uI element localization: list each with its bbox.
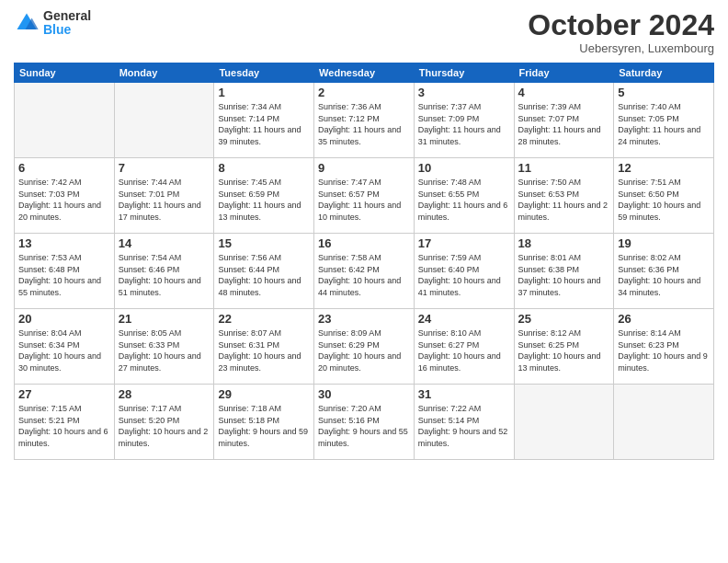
calendar-weekday-header: Thursday [414, 63, 514, 83]
day-number: 22 [218, 312, 310, 326]
calendar-cell: 26Sunrise: 8:14 AM Sunset: 6:23 PM Dayli… [614, 309, 714, 385]
day-number: 21 [119, 312, 210, 326]
day-number: 7 [119, 161, 210, 175]
calendar-cell: 11Sunrise: 7:50 AM Sunset: 6:53 PM Dayli… [514, 158, 614, 234]
day-number: 11 [518, 161, 610, 175]
calendar-cell [614, 385, 714, 460]
day-info: Sunrise: 7:50 AM Sunset: 6:53 PM Dayligh… [518, 177, 610, 223]
header: General Blue October 2024 Uebersyren, Lu… [14, 9, 714, 55]
calendar-cell: 7Sunrise: 7:44 AM Sunset: 7:01 PM Daylig… [114, 158, 214, 234]
day-info: Sunrise: 8:07 AM Sunset: 6:31 PM Dayligh… [218, 327, 310, 373]
logo-icon [14, 10, 40, 36]
day-info: Sunrise: 7:53 AM Sunset: 6:48 PM Dayligh… [18, 252, 110, 298]
calendar-cell: 31Sunrise: 7:22 AM Sunset: 5:14 PM Dayli… [414, 385, 514, 460]
calendar-weekday-header: Tuesday [214, 63, 314, 83]
calendar-table: SundayMondayTuesdayWednesdayThursdayFrid… [14, 63, 714, 460]
logo-text: General Blue [43, 9, 91, 38]
day-info: Sunrise: 7:54 AM Sunset: 6:46 PM Dayligh… [119, 252, 210, 298]
calendar-cell [15, 83, 115, 158]
subtitle: Uebersyren, Luxembourg [528, 41, 714, 55]
day-number: 25 [518, 312, 610, 326]
calendar-cell [114, 83, 214, 158]
calendar-cell: 5Sunrise: 7:40 AM Sunset: 7:05 PM Daylig… [614, 83, 714, 158]
day-number: 5 [618, 86, 710, 99]
calendar-week-row: 20Sunrise: 8:04 AM Sunset: 6:34 PM Dayli… [15, 309, 714, 385]
day-number: 15 [218, 236, 310, 250]
calendar-cell: 8Sunrise: 7:45 AM Sunset: 6:59 PM Daylig… [214, 158, 314, 234]
calendar-weekday-header: Wednesday [314, 63, 415, 83]
calendar-cell: 16Sunrise: 7:58 AM Sunset: 6:42 PM Dayli… [314, 234, 415, 309]
day-number: 12 [618, 161, 710, 175]
calendar-cell: 13Sunrise: 7:53 AM Sunset: 6:48 PM Dayli… [15, 234, 115, 309]
day-number: 18 [518, 236, 610, 250]
calendar-cell: 14Sunrise: 7:54 AM Sunset: 6:46 PM Dayli… [114, 234, 214, 309]
calendar-cell: 25Sunrise: 8:12 AM Sunset: 6:25 PM Dayli… [514, 309, 614, 385]
day-number: 23 [318, 312, 410, 326]
day-info: Sunrise: 7:59 AM Sunset: 6:40 PM Dayligh… [418, 252, 510, 298]
logo-general: General [43, 9, 91, 23]
calendar-cell: 28Sunrise: 7:17 AM Sunset: 5:20 PM Dayli… [114, 385, 214, 460]
day-info: Sunrise: 7:22 AM Sunset: 5:14 PM Dayligh… [418, 403, 510, 449]
day-info: Sunrise: 8:09 AM Sunset: 6:29 PM Dayligh… [318, 327, 410, 373]
day-info: Sunrise: 7:15 AM Sunset: 5:21 PM Dayligh… [18, 403, 110, 449]
calendar-cell: 29Sunrise: 7:18 AM Sunset: 5:18 PM Dayli… [214, 385, 314, 460]
day-info: Sunrise: 7:42 AM Sunset: 7:03 PM Dayligh… [18, 177, 110, 223]
calendar-cell: 30Sunrise: 7:20 AM Sunset: 5:16 PM Dayli… [314, 385, 415, 460]
day-info: Sunrise: 8:04 AM Sunset: 6:34 PM Dayligh… [18, 327, 110, 373]
title-section: October 2024 Uebersyren, Luxembourg [528, 9, 714, 55]
calendar-cell: 19Sunrise: 8:02 AM Sunset: 6:36 PM Dayli… [614, 234, 714, 309]
calendar-cell: 3Sunrise: 7:37 AM Sunset: 7:09 PM Daylig… [414, 83, 514, 158]
calendar-week-row: 27Sunrise: 7:15 AM Sunset: 5:21 PM Dayli… [15, 385, 714, 460]
day-number: 14 [119, 236, 210, 250]
day-number: 10 [418, 161, 510, 175]
calendar-cell: 23Sunrise: 8:09 AM Sunset: 6:29 PM Dayli… [314, 309, 415, 385]
day-info: Sunrise: 7:17 AM Sunset: 5:20 PM Dayligh… [119, 403, 210, 449]
calendar-cell: 27Sunrise: 7:15 AM Sunset: 5:21 PM Dayli… [15, 385, 115, 460]
logo: General Blue [14, 9, 91, 38]
day-info: Sunrise: 8:12 AM Sunset: 6:25 PM Dayligh… [518, 327, 610, 373]
day-info: Sunrise: 7:20 AM Sunset: 5:16 PM Dayligh… [318, 403, 410, 449]
calendar-cell: 10Sunrise: 7:48 AM Sunset: 6:55 PM Dayli… [414, 158, 514, 234]
day-info: Sunrise: 7:58 AM Sunset: 6:42 PM Dayligh… [318, 252, 410, 298]
calendar-header-row: SundayMondayTuesdayWednesdayThursdayFrid… [15, 63, 714, 83]
calendar-cell: 4Sunrise: 7:39 AM Sunset: 7:07 PM Daylig… [514, 83, 614, 158]
calendar-cell: 22Sunrise: 8:07 AM Sunset: 6:31 PM Dayli… [214, 309, 314, 385]
day-number: 9 [318, 161, 410, 175]
calendar-cell: 24Sunrise: 8:10 AM Sunset: 6:27 PM Dayli… [414, 309, 514, 385]
day-number: 3 [418, 86, 510, 99]
day-number: 26 [618, 312, 710, 326]
calendar-week-row: 13Sunrise: 7:53 AM Sunset: 6:48 PM Dayli… [15, 234, 714, 309]
day-number: 19 [618, 236, 710, 250]
day-info: Sunrise: 7:56 AM Sunset: 6:44 PM Dayligh… [218, 252, 310, 298]
day-info: Sunrise: 7:18 AM Sunset: 5:18 PM Dayligh… [218, 403, 310, 449]
day-info: Sunrise: 7:36 AM Sunset: 7:12 PM Dayligh… [318, 101, 410, 147]
day-info: Sunrise: 7:39 AM Sunset: 7:07 PM Dayligh… [518, 101, 610, 147]
calendar-week-row: 6Sunrise: 7:42 AM Sunset: 7:03 PM Daylig… [15, 158, 714, 234]
logo-blue: Blue [43, 23, 91, 37]
calendar-weekday-header: Friday [514, 63, 614, 83]
day-number: 2 [318, 86, 410, 99]
day-info: Sunrise: 8:02 AM Sunset: 6:36 PM Dayligh… [618, 252, 710, 298]
day-number: 28 [119, 387, 210, 401]
calendar-cell: 18Sunrise: 8:01 AM Sunset: 6:38 PM Dayli… [514, 234, 614, 309]
day-info: Sunrise: 7:40 AM Sunset: 7:05 PM Dayligh… [618, 101, 710, 147]
day-info: Sunrise: 8:01 AM Sunset: 6:38 PM Dayligh… [518, 252, 610, 298]
calendar-cell: 21Sunrise: 8:05 AM Sunset: 6:33 PM Dayli… [114, 309, 214, 385]
day-info: Sunrise: 7:48 AM Sunset: 6:55 PM Dayligh… [418, 177, 510, 223]
calendar-cell [514, 385, 614, 460]
day-info: Sunrise: 7:37 AM Sunset: 7:09 PM Dayligh… [418, 101, 510, 147]
day-number: 13 [18, 236, 110, 250]
page: General Blue October 2024 Uebersyren, Lu… [0, 0, 728, 563]
day-info: Sunrise: 7:34 AM Sunset: 7:14 PM Dayligh… [218, 101, 310, 147]
calendar-cell: 9Sunrise: 7:47 AM Sunset: 6:57 PM Daylig… [314, 158, 415, 234]
day-number: 30 [318, 387, 410, 401]
day-number: 17 [418, 236, 510, 250]
calendar-weekday-header: Sunday [15, 63, 115, 83]
day-number: 6 [18, 161, 110, 175]
day-number: 29 [218, 387, 310, 401]
day-info: Sunrise: 7:51 AM Sunset: 6:50 PM Dayligh… [618, 177, 710, 223]
calendar-cell: 20Sunrise: 8:04 AM Sunset: 6:34 PM Dayli… [15, 309, 115, 385]
calendar-cell: 2Sunrise: 7:36 AM Sunset: 7:12 PM Daylig… [314, 83, 415, 158]
calendar-cell: 15Sunrise: 7:56 AM Sunset: 6:44 PM Dayli… [214, 234, 314, 309]
day-number: 24 [418, 312, 510, 326]
